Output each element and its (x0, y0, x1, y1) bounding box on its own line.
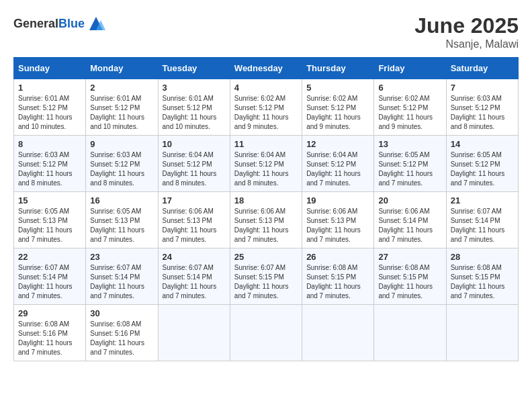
list-item: 6 Sunrise: 6:02 AMSunset: 5:12 PMDayligh… (374, 79, 446, 136)
day-number: 1 (18, 83, 81, 93)
day-info: Sunrise: 6:05 AMSunset: 5:13 PMDaylight:… (90, 207, 153, 244)
day-number: 30 (90, 308, 153, 318)
list-item: 20 Sunrise: 6:06 AMSunset: 5:14 PMDaylig… (374, 192, 446, 248)
logo-general: General (13, 17, 58, 30)
list-item: 22 Sunrise: 6:07 AMSunset: 5:14 PMDaylig… (14, 248, 86, 305)
day-info: Sunrise: 6:02 AMSunset: 5:12 PMDaylight:… (234, 94, 298, 132)
logo: GeneralBlue (13, 13, 106, 34)
empty-cell (158, 305, 230, 361)
empty-cell (374, 305, 446, 361)
day-info: Sunrise: 6:04 AMSunset: 5:12 PMDaylight:… (234, 150, 298, 188)
day-info: Sunrise: 6:07 AMSunset: 5:15 PMDaylight:… (234, 263, 298, 301)
day-number: 26 (306, 252, 369, 262)
day-info: Sunrise: 6:08 AMSunset: 5:15 PMDaylight:… (378, 263, 441, 301)
list-item: 24 Sunrise: 6:07 AMSunset: 5:14 PMDaylig… (158, 248, 230, 305)
day-number: 3 (163, 83, 226, 93)
list-item: 11 Sunrise: 6:04 AMSunset: 5:12 PMDaylig… (230, 136, 302, 192)
list-item: 10 Sunrise: 6:04 AMSunset: 5:12 PMDaylig… (158, 136, 230, 192)
list-item: 9 Sunrise: 6:03 AMSunset: 5:12 PMDayligh… (86, 136, 158, 192)
day-info: Sunrise: 6:05 AMSunset: 5:12 PMDaylight:… (451, 150, 514, 188)
empty-cell (302, 305, 374, 361)
logo-blue: Blue (58, 17, 85, 30)
day-number: 15 (18, 195, 81, 205)
list-item: 14 Sunrise: 6:05 AMSunset: 5:12 PMDaylig… (446, 136, 518, 192)
day-number: 21 (451, 195, 514, 205)
day-number: 25 (234, 252, 298, 262)
col-monday: Monday (86, 58, 158, 79)
day-number: 27 (378, 252, 441, 262)
month-title: June 2025 (414, 13, 519, 38)
day-info: Sunrise: 6:08 AMSunset: 5:16 PMDaylight:… (18, 320, 81, 357)
header: GeneralBlue June 2025 Nsanje, Malawi (13, 13, 519, 50)
list-item: 25 Sunrise: 6:07 AMSunset: 5:15 PMDaylig… (230, 248, 302, 305)
day-info: Sunrise: 6:08 AMSunset: 5:15 PMDaylight:… (451, 263, 514, 301)
list-item: 7 Sunrise: 6:03 AMSunset: 5:12 PMDayligh… (446, 79, 518, 136)
table-row: 8 Sunrise: 6:03 AMSunset: 5:12 PMDayligh… (14, 136, 519, 192)
list-item: 30 Sunrise: 6:08 AMSunset: 5:16 PMDaylig… (86, 305, 158, 361)
title-area: June 2025 Nsanje, Malawi (414, 13, 519, 50)
list-item: 19 Sunrise: 6:06 AMSunset: 5:13 PMDaylig… (302, 192, 374, 248)
day-info: Sunrise: 6:06 AMSunset: 5:13 PMDaylight:… (163, 207, 226, 244)
day-info: Sunrise: 6:06 AMSunset: 5:13 PMDaylight:… (234, 207, 298, 244)
list-item: 28 Sunrise: 6:08 AMSunset: 5:15 PMDaylig… (446, 248, 518, 305)
day-info: Sunrise: 6:03 AMSunset: 5:12 PMDaylight:… (90, 150, 153, 188)
list-item: 17 Sunrise: 6:06 AMSunset: 5:13 PMDaylig… (158, 192, 230, 248)
day-number: 2 (90, 83, 153, 93)
day-number: 24 (163, 252, 226, 262)
day-info: Sunrise: 6:01 AMSunset: 5:12 PMDaylight:… (90, 94, 153, 132)
day-info: Sunrise: 6:05 AMSunset: 5:13 PMDaylight:… (18, 207, 81, 244)
list-item: 23 Sunrise: 6:07 AMSunset: 5:14 PMDaylig… (86, 248, 158, 305)
day-number: 7 (451, 83, 514, 93)
list-item: 26 Sunrise: 6:08 AMSunset: 5:15 PMDaylig… (302, 248, 374, 305)
day-number: 14 (451, 139, 514, 149)
day-number: 20 (378, 195, 441, 205)
empty-cell (446, 305, 518, 361)
col-thursday: Thursday (302, 58, 374, 79)
day-info: Sunrise: 6:07 AMSunset: 5:14 PMDaylight:… (90, 263, 153, 301)
day-number: 28 (451, 252, 514, 262)
logo-icon (86, 13, 106, 34)
day-info: Sunrise: 6:04 AMSunset: 5:12 PMDaylight:… (163, 150, 226, 188)
list-item: 4 Sunrise: 6:02 AMSunset: 5:12 PMDayligh… (230, 79, 302, 136)
day-info: Sunrise: 6:03 AMSunset: 5:12 PMDaylight:… (18, 150, 81, 188)
day-info: Sunrise: 6:02 AMSunset: 5:12 PMDaylight:… (378, 94, 441, 132)
col-sunday: Sunday (14, 58, 86, 79)
list-item: 12 Sunrise: 6:04 AMSunset: 5:12 PMDaylig… (302, 136, 374, 192)
list-item: 18 Sunrise: 6:06 AMSunset: 5:13 PMDaylig… (230, 192, 302, 248)
day-number: 23 (90, 252, 153, 262)
day-info: Sunrise: 6:03 AMSunset: 5:12 PMDaylight:… (451, 94, 514, 132)
day-number: 12 (306, 139, 369, 149)
day-number: 18 (234, 195, 298, 205)
col-tuesday: Tuesday (158, 58, 230, 79)
list-item: 15 Sunrise: 6:05 AMSunset: 5:13 PMDaylig… (14, 192, 86, 248)
day-number: 4 (234, 83, 298, 93)
list-item: 2 Sunrise: 6:01 AMSunset: 5:12 PMDayligh… (86, 79, 158, 136)
table-row: 15 Sunrise: 6:05 AMSunset: 5:13 PMDaylig… (14, 192, 519, 248)
list-item: 5 Sunrise: 6:02 AMSunset: 5:12 PMDayligh… (302, 79, 374, 136)
day-info: Sunrise: 6:08 AMSunset: 5:15 PMDaylight:… (306, 263, 369, 301)
day-info: Sunrise: 6:08 AMSunset: 5:16 PMDaylight:… (90, 320, 153, 357)
list-item: 3 Sunrise: 6:01 AMSunset: 5:12 PMDayligh… (158, 79, 230, 136)
day-info: Sunrise: 6:02 AMSunset: 5:12 PMDaylight:… (306, 94, 369, 132)
list-item: 16 Sunrise: 6:05 AMSunset: 5:13 PMDaylig… (86, 192, 158, 248)
day-info: Sunrise: 6:01 AMSunset: 5:12 PMDaylight:… (18, 94, 81, 132)
list-item: 27 Sunrise: 6:08 AMSunset: 5:15 PMDaylig… (374, 248, 446, 305)
day-info: Sunrise: 6:07 AMSunset: 5:14 PMDaylight:… (18, 263, 81, 301)
day-number: 16 (90, 195, 153, 205)
day-number: 13 (378, 139, 441, 149)
day-info: Sunrise: 6:04 AMSunset: 5:12 PMDaylight:… (306, 150, 369, 188)
day-info: Sunrise: 6:06 AMSunset: 5:13 PMDaylight:… (306, 207, 369, 244)
day-number: 6 (378, 83, 441, 93)
day-info: Sunrise: 6:05 AMSunset: 5:12 PMDaylight:… (378, 150, 441, 188)
day-number: 17 (163, 195, 226, 205)
day-number: 5 (306, 83, 369, 93)
day-number: 29 (18, 308, 81, 318)
table-row: 1 Sunrise: 6:01 AMSunset: 5:12 PMDayligh… (14, 79, 519, 136)
day-info: Sunrise: 6:06 AMSunset: 5:14 PMDaylight:… (378, 207, 441, 244)
calendar: Sunday Monday Tuesday Wednesday Thursday… (13, 57, 519, 361)
day-number: 9 (90, 139, 153, 149)
list-item: 13 Sunrise: 6:05 AMSunset: 5:12 PMDaylig… (374, 136, 446, 192)
day-info: Sunrise: 6:07 AMSunset: 5:14 PMDaylight:… (451, 207, 514, 244)
day-number: 19 (306, 195, 369, 205)
list-item: 1 Sunrise: 6:01 AMSunset: 5:12 PMDayligh… (14, 79, 86, 136)
